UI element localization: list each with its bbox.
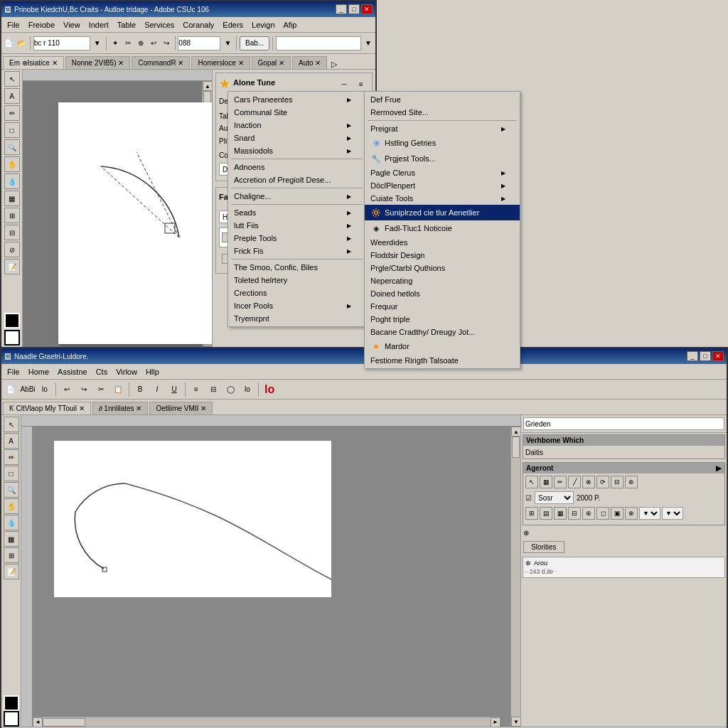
minimize-button[interactable]: _ bbox=[336, 4, 347, 14]
menu-accretion[interactable]: Accretion of Pregiolt Dese... bbox=[228, 173, 365, 186]
bottom-tool10[interactable]: U bbox=[166, 382, 182, 397]
tool-crop[interactable]: ⊞ bbox=[4, 208, 20, 223]
tab-nonne[interactable]: Nonne 2VIB5) ✕ bbox=[65, 56, 131, 69]
menu-incer-pools[interactable]: Incer Pools▶ bbox=[228, 299, 365, 312]
submenu-nepercating[interactable]: Nepercating bbox=[365, 274, 520, 287]
submenu-cuiate[interactable]: Cuiate Tools▶ bbox=[365, 192, 520, 205]
bottom-tool11[interactable]: ≡ bbox=[188, 382, 204, 397]
scroll-up-btn[interactable]: ▲ bbox=[203, 81, 212, 91]
ageront-btn8[interactable]: ⊛ bbox=[625, 476, 638, 488]
bottom-menu-hllp[interactable]: Hllp bbox=[141, 366, 164, 378]
submenu-doined[interactable]: Doined hetlols bbox=[365, 287, 520, 300]
bottom-tool13[interactable]: ◯ bbox=[223, 382, 238, 397]
menu-chaligne[interactable]: Chaligne...▶ bbox=[228, 190, 365, 203]
tab-homersloce[interactable]: Homersloce ✕ bbox=[191, 56, 250, 69]
submenu-bacane[interactable]: Bacane Cradthy/ Dreugy Jot... bbox=[365, 326, 520, 338]
tool-pen[interactable]: ✏ bbox=[4, 105, 20, 121]
submenu-def-frue[interactable]: Def Frue bbox=[365, 93, 520, 106]
menu-inaction[interactable]: Inaction▶ bbox=[228, 119, 365, 132]
ageront-btn4[interactable]: ╱ bbox=[568, 476, 581, 488]
submenu-mardor[interactable]: ★ Mardor bbox=[365, 338, 520, 354]
scroll-h-track[interactable] bbox=[43, 717, 491, 727]
bottom-canvas-content[interactable]: ◄ ► bbox=[33, 427, 510, 727]
tab-auto[interactable]: Auto ✕ bbox=[292, 56, 327, 69]
menu-snard[interactable]: Snard▶ bbox=[228, 132, 365, 144]
sort-select[interactable]: Sosr bbox=[535, 491, 574, 504]
menu-view[interactable]: View bbox=[59, 19, 85, 31]
menu-eders[interactable]: Eders bbox=[218, 19, 247, 31]
ageront-btn5[interactable]: ⊕ bbox=[582, 476, 595, 488]
bottom-tool-g[interactable]: ▦ bbox=[4, 531, 19, 547]
close-button[interactable]: ✕ bbox=[361, 4, 373, 14]
bottom-tool8[interactable]: B bbox=[132, 382, 148, 397]
menu-servides[interactable]: Services bbox=[140, 19, 178, 31]
tool-btn-4[interactable]: ↩ bbox=[148, 36, 159, 51]
tool-slice[interactable]: ⊟ bbox=[4, 225, 20, 240]
submenu-festiome[interactable]: Festiome Ririgth Talsoate bbox=[365, 354, 520, 367]
menu-crections[interactable]: Crections bbox=[228, 287, 365, 299]
tool-gradient[interactable]: ▦ bbox=[4, 191, 20, 206]
bottom-tool-shape[interactable]: □ bbox=[4, 466, 19, 481]
diagles-btn[interactable]: ⊕ bbox=[523, 529, 529, 537]
tab-emlisiatice[interactable]: Em ⊕Isiatice ✕ bbox=[3, 56, 64, 69]
icon-btn1[interactable]: ⊞ bbox=[525, 507, 538, 520]
submenu-prgjest[interactable]: 🔧 Prgjest Tools... bbox=[365, 151, 520, 166]
menu-cars-praneentes[interactable]: Cars Praneentes ▶ bbox=[228, 93, 365, 106]
icon-select2[interactable]: ▼ bbox=[662, 507, 683, 520]
bottom-menu-home[interactable]: Home bbox=[24, 366, 53, 378]
menu-seads[interactable]: Seads▶ bbox=[228, 206, 365, 219]
bottom-menu-assistne[interactable]: Assistne bbox=[53, 366, 92, 378]
canvas-content[interactable] bbox=[23, 81, 202, 347]
menu-smoo[interactable]: The Smoo, Confic, Biles bbox=[228, 261, 365, 274]
submenu-suniplrzed[interactable]: 🔆 Suniplrzed cie tlur Aenetlier bbox=[365, 205, 520, 220]
menu-communal-site[interactable]: Communal Site bbox=[228, 106, 365, 119]
menu-levign[interactable]: Levign bbox=[247, 19, 279, 31]
color-swatch-bg[interactable] bbox=[4, 330, 20, 346]
submenu-doclplenpert[interactable]: DöclPlenpert▶ bbox=[365, 179, 520, 192]
open-btn[interactable]: 📂 bbox=[16, 36, 27, 51]
bottom-close-btn[interactable]: ✕ bbox=[712, 351, 724, 361]
tool-zoom[interactable]: 🔍 bbox=[4, 139, 20, 155]
icon-btn4[interactable]: ⊟ bbox=[568, 507, 581, 520]
tool-annotate[interactable]: 📝 bbox=[4, 259, 20, 274]
menu-file[interactable]: File bbox=[3, 19, 24, 31]
maximize-button[interactable]: □ bbox=[348, 4, 360, 14]
bottom-swatch-bg[interactable] bbox=[4, 711, 19, 727]
bottom-tool-crop[interactable]: ⊞ bbox=[4, 547, 19, 563]
ageront-btn6[interactable]: ⟳ bbox=[596, 476, 609, 488]
menu-table[interactable]: Table bbox=[113, 19, 140, 31]
tab-gopal[interactable]: Gopal ✕ bbox=[252, 56, 291, 69]
submenu-preigrat[interactable]: Preigrat▶ bbox=[365, 122, 520, 135]
tool-shape[interactable]: □ bbox=[4, 122, 20, 138]
tool-btn-2[interactable]: ✂ bbox=[122, 36, 134, 51]
submenu-weerdides[interactable]: Weerdides bbox=[365, 236, 520, 249]
bottom-tool14[interactable]: lo bbox=[240, 382, 255, 397]
zoom-dropdown[interactable]: ▼ bbox=[92, 36, 103, 51]
bottom-maximize-btn[interactable]: □ bbox=[700, 351, 711, 361]
tab-overflow[interactable]: ▷ bbox=[331, 60, 337, 69]
menu-massiodols[interactable]: Massiodols▶ bbox=[228, 144, 365, 157]
color-swatch-fg[interactable] bbox=[4, 313, 20, 328]
menu-afip[interactable]: Afip bbox=[279, 19, 301, 31]
bottom-canvas[interactable]: ◄ ► ▲ ▼ bbox=[21, 415, 520, 727]
bottom-tab1[interactable]: K CltVlaop Mly TTouil ✕ bbox=[3, 402, 91, 414]
bottom-scroll-up[interactable]: ▲ bbox=[511, 427, 520, 437]
tab-commandR[interactable]: CommandR ✕ bbox=[132, 56, 190, 69]
icon-select[interactable]: ▼ bbox=[639, 507, 660, 520]
bottom-tool-zoom[interactable]: 🔍 bbox=[4, 482, 19, 498]
bottom-tool-eyedrop[interactable]: 💧 bbox=[4, 515, 19, 530]
bottom-tool-text[interactable]: A bbox=[4, 433, 19, 449]
menu-indert[interactable]: Indert bbox=[85, 19, 113, 31]
menu-adnoens[interactable]: Adnoens bbox=[228, 161, 365, 173]
bottom-scrollbar-h[interactable]: ◄ ► bbox=[33, 717, 500, 727]
bottom-tool7[interactable]: 📋 bbox=[110, 382, 126, 397]
value-dropdown[interactable]: ▼ bbox=[222, 36, 233, 51]
bab-button[interactable]: Bab... bbox=[240, 36, 269, 50]
tool-select[interactable]: ↖ bbox=[4, 71, 20, 87]
bottom-scroll-v[interactable]: ▲ ▼ bbox=[510, 427, 520, 727]
menu-tryemrpnt[interactable]: Tryemrpnt bbox=[228, 312, 365, 325]
tool-btn-1[interactable]: ✦ bbox=[109, 36, 121, 51]
menu-toleted[interactable]: Toleted helrtery bbox=[228, 274, 365, 287]
extra-dropdown[interactable]: ▼ bbox=[363, 36, 374, 51]
bottom-menu-virlow[interactable]: Virlow bbox=[112, 366, 141, 378]
